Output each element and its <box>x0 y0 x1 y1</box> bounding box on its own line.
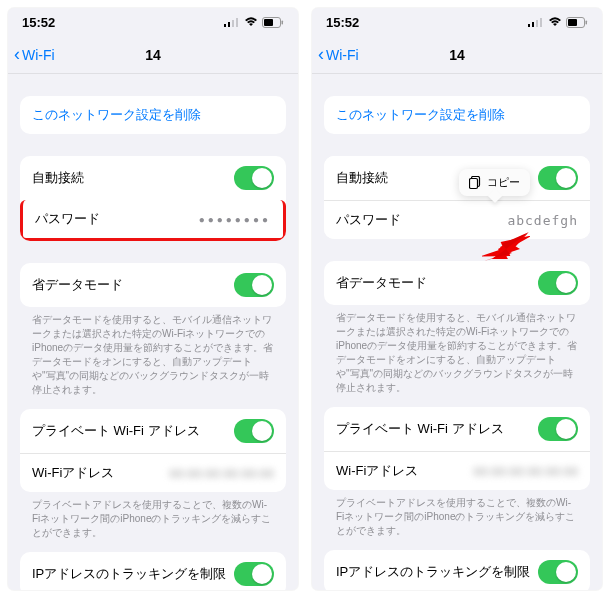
password-label: パスワード <box>35 210 100 228</box>
svg-rect-1 <box>228 22 230 27</box>
auto-join-toggle[interactable] <box>234 166 274 190</box>
private-addr-label: プライベート Wi-Fi アドレス <box>32 422 200 440</box>
svg-rect-6 <box>282 20 284 24</box>
nav-bar: ‹ Wi-Fi 14 <box>8 36 298 74</box>
wifi-addr-row: Wi-Fiアドレス 00:00:00:00:00:00 <box>324 451 590 490</box>
wifi-icon <box>548 17 562 27</box>
low-data-card: 省データモード <box>20 263 286 307</box>
svg-rect-15 <box>470 178 478 188</box>
auto-join-label: 自動接続 <box>336 169 388 187</box>
nav-title: 14 <box>449 47 465 63</box>
signal-icon <box>224 17 240 27</box>
limit-ip-row: IPアドレスのトラッキングを制限 <box>324 550 590 590</box>
forget-card: このネットワーク設定を削除 <box>20 96 286 134</box>
limit-ip-toggle[interactable] <box>234 562 274 586</box>
status-time: 15:52 <box>326 15 359 30</box>
svg-rect-9 <box>536 20 538 27</box>
low-data-label: 省データモード <box>32 276 123 294</box>
low-data-toggle[interactable] <box>234 273 274 297</box>
auto-join-toggle[interactable] <box>538 166 578 190</box>
password-row[interactable]: コピー パスワード abcdefgh <box>324 200 590 239</box>
status-indicators <box>528 17 588 28</box>
low-data-toggle[interactable] <box>538 271 578 295</box>
wifi-addr-value: 00:00:00:00:00:00 <box>473 464 578 479</box>
forget-card: このネットワーク設定を削除 <box>324 96 590 134</box>
status-bar: 15:52 <box>312 8 602 36</box>
phone-left: 15:52 ‹ Wi-Fi 14 このネットワーク設定を削除 自動接続 パス <box>8 8 298 590</box>
private-addr-row: プライベート Wi-Fi アドレス <box>324 407 590 451</box>
nav-back-button[interactable]: ‹ Wi-Fi <box>318 44 359 65</box>
wifi-addr-label: Wi-Fiアドレス <box>32 464 114 482</box>
signal-icon <box>528 17 544 27</box>
svg-rect-3 <box>236 18 238 27</box>
svg-rect-0 <box>224 24 226 27</box>
private-addr-row: プライベート Wi-Fi アドレス <box>20 409 286 453</box>
phone-right: 15:52 ‹ Wi-Fi 14 このネットワーク設定を削除 自動接続 <box>312 8 602 590</box>
nav-back-label: Wi-Fi <box>326 47 359 63</box>
private-addr-footnote: プライベートアドレスを使用することで、複数のWi-Fiネットワーク間のiPhon… <box>20 492 286 540</box>
low-data-footnote: 省データモードを使用すると、モバイル通信ネットワークまたは選択された特定のWi-… <box>324 305 590 395</box>
password-label: パスワード <box>336 211 401 229</box>
limit-ip-row: IPアドレスのトラッキングを制限 <box>20 552 286 590</box>
private-addr-footnote: プライベートアドレスを使用することで、複数のWi-Fiネットワーク間のiPhon… <box>324 490 590 538</box>
nav-back-button[interactable]: ‹ Wi-Fi <box>14 44 55 65</box>
password-value-hidden: ●●●●●●●● <box>199 214 271 225</box>
battery-icon <box>262 17 284 28</box>
limit-ip-card: IPアドレスのトラッキングを制限 <box>324 550 590 590</box>
chevron-left-icon: ‹ <box>318 44 324 65</box>
settings-content: このネットワーク設定を削除 自動接続 コピー パスワード abcdefgh 省 <box>312 74 602 590</box>
battery-icon <box>566 17 588 28</box>
wifi-addr-row: Wi-Fiアドレス 00:00:00:00:00:00 <box>20 453 286 492</box>
forget-network-button[interactable]: このネットワーク設定を削除 <box>324 96 590 134</box>
low-data-row: 省データモード <box>324 261 590 305</box>
private-addr-toggle[interactable] <box>234 419 274 443</box>
svg-rect-10 <box>540 18 542 27</box>
auto-join-label: 自動接続 <box>32 169 84 187</box>
svg-rect-8 <box>532 22 534 27</box>
copy-tooltip[interactable]: コピー <box>459 169 530 196</box>
svg-rect-2 <box>232 20 234 27</box>
nav-title: 14 <box>145 47 161 63</box>
limit-ip-card: IPアドレスのトラッキングを制限 <box>20 552 286 590</box>
chevron-left-icon: ‹ <box>14 44 20 65</box>
status-bar: 15:52 <box>8 8 298 36</box>
settings-content: このネットワーク設定を削除 自動接続 パスワード ●●●●●●●● 省データモー… <box>8 74 298 590</box>
wifi-icon <box>244 17 258 27</box>
limit-ip-label: IPアドレスのトラッキングを制限 <box>32 565 226 583</box>
private-addr-label: プライベート Wi-Fi アドレス <box>336 420 504 438</box>
forget-network-button[interactable]: このネットワーク設定を削除 <box>20 96 286 134</box>
private-addr-toggle[interactable] <box>538 417 578 441</box>
wifi-addr-label: Wi-Fiアドレス <box>336 462 418 480</box>
status-indicators <box>224 17 284 28</box>
low-data-row: 省データモード <box>20 263 286 307</box>
connection-card: 自動接続 コピー パスワード abcdefgh <box>324 156 590 239</box>
limit-ip-label: IPアドレスのトラッキングを制限 <box>336 563 530 581</box>
low-data-card: 省データモード <box>324 261 590 305</box>
auto-join-row: 自動接続 <box>324 156 590 200</box>
password-value-revealed: abcdefgh <box>507 213 578 228</box>
status-time: 15:52 <box>22 15 55 30</box>
connection-card: 自動接続 パスワード ●●●●●●●● <box>20 156 286 241</box>
wifi-addr-value: 00:00:00:00:00:00 <box>169 466 274 481</box>
copy-label: コピー <box>487 175 520 190</box>
password-row[interactable]: パスワード ●●●●●●●● <box>20 200 286 241</box>
low-data-footnote: 省データモードを使用すると、モバイル通信ネットワークまたは選択された特定のWi-… <box>20 307 286 397</box>
low-data-label: 省データモード <box>336 274 427 292</box>
auto-join-row: 自動接続 <box>20 156 286 200</box>
svg-rect-13 <box>586 20 588 24</box>
copy-icon <box>469 176 481 190</box>
svg-rect-7 <box>528 24 530 27</box>
private-addr-card: プライベート Wi-Fi アドレス Wi-Fiアドレス 00:00:00:00:… <box>20 409 286 492</box>
nav-back-label: Wi-Fi <box>22 47 55 63</box>
svg-rect-5 <box>264 19 273 26</box>
svg-rect-12 <box>568 19 577 26</box>
limit-ip-toggle[interactable] <box>538 560 578 584</box>
nav-bar: ‹ Wi-Fi 14 <box>312 36 602 74</box>
private-addr-card: プライベート Wi-Fi アドレス Wi-Fiアドレス 00:00:00:00:… <box>324 407 590 490</box>
